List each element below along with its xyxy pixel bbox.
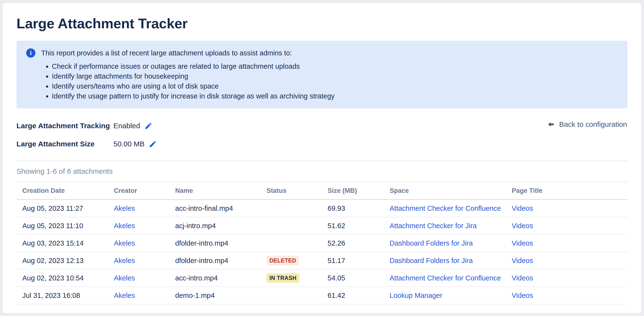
cell-page-title: Videos: [512, 234, 628, 252]
page-title-link[interactable]: Videos: [512, 292, 533, 299]
cell-creator: Akeles: [114, 252, 175, 269]
page-title-link[interactable]: Videos: [512, 274, 533, 282]
cell-space: Dashboard Folders for Jira: [390, 234, 512, 252]
page-title-link[interactable]: Videos: [512, 204, 533, 212]
cell-size: 51.62: [328, 217, 390, 234]
column-header: Status: [266, 182, 328, 200]
cell-creator: Akeles: [114, 287, 175, 304]
creator-link[interactable]: Akeles: [114, 292, 135, 299]
page-title-link[interactable]: Videos: [512, 239, 533, 247]
table-header-row: Creation DateCreatorNameStatusSize (MB)S…: [16, 182, 628, 200]
creator-link[interactable]: Akeles: [114, 239, 135, 247]
creator-link[interactable]: Akeles: [114, 257, 135, 265]
settings-section: Large Attachment Tracking Enabled Large …: [16, 121, 628, 149]
space-link[interactable]: Attachment Checker for Confluence: [390, 274, 501, 282]
table-row: Aug 02, 2023 10:54Akelesacc-intro.mp4IN …: [16, 269, 628, 287]
size-setting-row: Large Attachment Size 50.00 MB: [16, 139, 628, 149]
cell-name: demo-1.mp4: [175, 287, 266, 304]
info-bullet: Identify users/teams who are using a lot…: [52, 81, 618, 91]
cell-creation-date: Jul 31, 2023 16:08: [16, 287, 114, 304]
cell-creator: Akeles: [114, 234, 175, 252]
info-bullet: Identify large attachments for housekeep…: [52, 71, 618, 81]
tracking-setting-row: Large Attachment Tracking Enabled: [16, 121, 628, 131]
column-header: Space: [390, 182, 512, 200]
edit-tracking-button[interactable]: [144, 122, 152, 130]
pencil-icon: [144, 122, 152, 130]
cell-name: acc-intro-final.mp4: [175, 200, 266, 217]
column-header: Creator: [114, 182, 175, 200]
size-value: 50.00 MB: [114, 140, 144, 148]
table-row: Aug 02, 2023 12:13Akelesdfolder-intro.mp…: [16, 252, 628, 269]
cell-status: IN TRASH: [266, 269, 328, 287]
tracking-label: Large Attachment Tracking: [16, 122, 114, 130]
back-link-label: Back to configuration: [559, 120, 627, 129]
status-badge: DELETED: [266, 256, 299, 265]
status-badge: IN TRASH: [266, 273, 300, 283]
table-row: Jul 31, 2023 16:08Akelesdemo-1.mp461.42L…: [16, 287, 628, 304]
cell-size: 51.17: [328, 252, 390, 269]
space-link[interactable]: Attachment Checker for Confluence: [390, 204, 501, 212]
page-title-link[interactable]: Videos: [512, 222, 533, 230]
info-intro-text: This report provides a list of recent la…: [41, 49, 292, 57]
page-title-link[interactable]: Videos: [512, 257, 533, 265]
cell-space: Attachment Checker for Confluence: [390, 269, 512, 287]
cell-space: Dashboard Folders for Jira: [390, 252, 512, 269]
cell-status: [266, 234, 328, 252]
attachments-table: Creation DateCreatorNameStatusSize (MB)S…: [16, 182, 628, 304]
cell-page-title: Videos: [512, 200, 628, 217]
page-title: Large Attachment Tracker: [16, 15, 628, 31]
cell-creator: Akeles: [114, 217, 175, 234]
column-header: Page Title: [512, 182, 628, 200]
cell-space: Attachment Checker for Jira: [390, 217, 512, 234]
cell-page-title: Videos: [512, 252, 628, 269]
back-arrow-icon: [546, 121, 555, 128]
space-link[interactable]: Dashboard Folders for Jira: [390, 239, 473, 247]
space-link[interactable]: Dashboard Folders for Jira: [390, 257, 473, 265]
cell-creation-date: Aug 05, 2023 11:27: [16, 200, 114, 217]
page-background: Large Attachment Tracker i This report p…: [0, 0, 644, 316]
cell-page-title: Videos: [512, 217, 628, 234]
cell-status: [266, 287, 328, 304]
table-row: Aug 05, 2023 11:27Akelesacc-intro-final.…: [16, 200, 628, 217]
cell-creation-date: Aug 02, 2023 10:54: [16, 269, 114, 287]
table-row: Aug 03, 2023 15:14Akelesdfolder-intro.mp…: [16, 234, 628, 252]
info-panel-header: i This report provides a list of recent …: [26, 48, 618, 58]
column-header: Creation Date: [16, 182, 114, 200]
creator-link[interactable]: Akeles: [114, 204, 135, 212]
cell-page-title: Videos: [512, 287, 628, 304]
info-icon: i: [26, 48, 35, 58]
edit-size-button[interactable]: [149, 140, 157, 148]
cell-size: 54.05: [328, 269, 390, 287]
creator-link[interactable]: Akeles: [114, 274, 135, 282]
tracking-value: Enabled: [114, 122, 140, 130]
info-bullet: Identify the usage pattern to justify fo…: [52, 91, 618, 101]
space-link[interactable]: Attachment Checker for Jira: [390, 222, 476, 230]
info-panel: i This report provides a list of recent …: [16, 41, 628, 108]
cell-creator: Akeles: [114, 269, 175, 287]
cell-creation-date: Aug 03, 2023 15:14: [16, 234, 114, 252]
cell-creation-date: Aug 05, 2023 11:10: [16, 217, 114, 234]
size-label: Large Attachment Size: [16, 140, 114, 148]
content-card: Large Attachment Tracker i This report p…: [3, 3, 641, 313]
cell-creator: Akeles: [114, 200, 175, 217]
cell-name: dfolder-intro.mp4: [175, 252, 266, 269]
cell-size: 69.93: [328, 200, 390, 217]
table-row: Aug 05, 2023 11:10Akelesacj-intro.mp451.…: [16, 217, 628, 234]
results-summary: Showing 1-6 of 6 attachments: [16, 160, 628, 182]
cell-status: DELETED: [266, 252, 328, 269]
info-bullet-list: Check if performance issues or outages a…: [26, 61, 618, 101]
cell-size: 52.26: [328, 234, 390, 252]
cell-size: 61.42: [328, 287, 390, 304]
back-to-configuration-link[interactable]: Back to configuration: [546, 120, 627, 129]
attachments-table-body: Aug 05, 2023 11:27Akelesacc-intro-final.…: [16, 200, 628, 304]
creator-link[interactable]: Akeles: [114, 222, 135, 230]
cell-creation-date: Aug 02, 2023 12:13: [16, 252, 114, 269]
cell-space: Lookup Manager: [390, 287, 512, 304]
cell-space: Attachment Checker for Confluence: [390, 200, 512, 217]
cell-name: acc-intro.mp4: [175, 269, 266, 287]
column-header: Size (MB): [328, 182, 390, 200]
cell-name: acj-intro.mp4: [175, 217, 266, 234]
cell-status: [266, 217, 328, 234]
cell-status: [266, 200, 328, 217]
space-link[interactable]: Lookup Manager: [390, 292, 442, 299]
